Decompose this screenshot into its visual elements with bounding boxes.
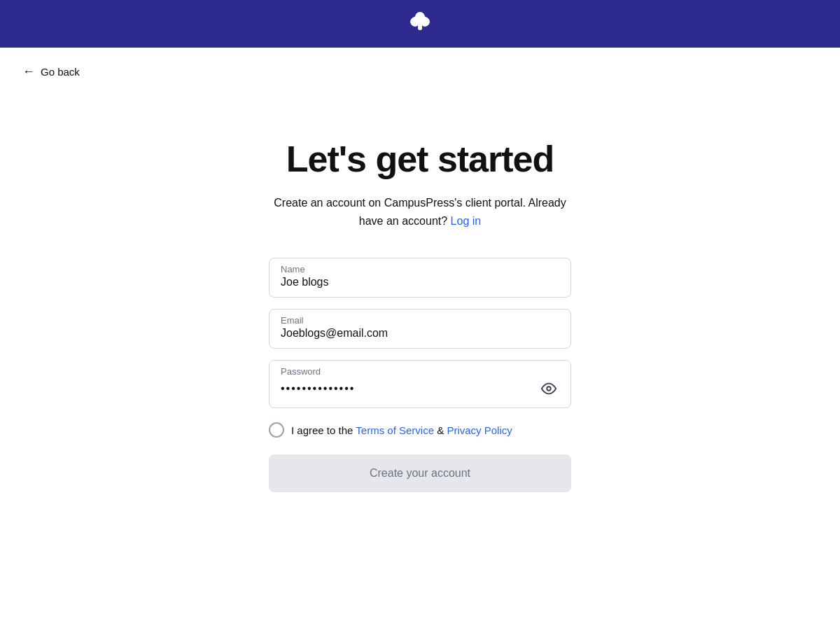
name-input[interactable] bbox=[281, 276, 559, 288]
ampersand: & bbox=[437, 424, 444, 436]
password-input[interactable] bbox=[281, 382, 538, 395]
registration-form: Name Email Password bbox=[269, 258, 571, 492]
svg-point-6 bbox=[421, 17, 429, 27]
email-label: Email bbox=[281, 315, 559, 326]
email-input[interactable] bbox=[281, 327, 559, 340]
go-back-label: Go back bbox=[41, 66, 80, 78]
back-arrow-icon: ← bbox=[22, 64, 35, 79]
terms-agreement-row: I agree to the Terms of Service & Privac… bbox=[269, 422, 571, 438]
toggle-password-visibility-button[interactable] bbox=[538, 378, 559, 399]
svg-rect-7 bbox=[419, 24, 422, 30]
page-subtitle: Create an account on CampusPress's clien… bbox=[273, 194, 567, 230]
email-field-wrapper: Email bbox=[269, 309, 571, 349]
terms-of-service-link[interactable]: Terms of Service bbox=[356, 424, 434, 436]
svg-point-5 bbox=[411, 17, 419, 27]
agree-checkbox[interactable] bbox=[269, 422, 284, 438]
password-field-wrapper: Password bbox=[269, 360, 571, 408]
app-header bbox=[0, 0, 840, 48]
logo bbox=[405, 8, 435, 40]
eye-icon bbox=[541, 381, 556, 396]
privacy-policy-link[interactable]: Privacy Policy bbox=[447, 424, 512, 436]
name-label: Name bbox=[281, 264, 559, 274]
name-field-wrapper: Name bbox=[269, 258, 571, 298]
page-title: Let's get started bbox=[286, 138, 554, 180]
agree-label: I agree to the Terms of Service & Privac… bbox=[291, 424, 512, 436]
go-back-nav: ← Go back bbox=[0, 48, 840, 96]
main-content: Let's get started Create an account on C… bbox=[0, 96, 840, 548]
go-back-link[interactable]: ← Go back bbox=[22, 64, 80, 79]
svg-point-8 bbox=[547, 387, 551, 391]
agree-text: I agree to the bbox=[291, 424, 353, 436]
password-label: Password bbox=[281, 366, 559, 377]
create-account-button[interactable]: Create your account bbox=[269, 454, 571, 492]
subtitle-text: Create an account on CampusPress's clien… bbox=[274, 197, 566, 227]
login-link[interactable]: Log in bbox=[451, 215, 482, 227]
password-input-row bbox=[281, 378, 559, 399]
